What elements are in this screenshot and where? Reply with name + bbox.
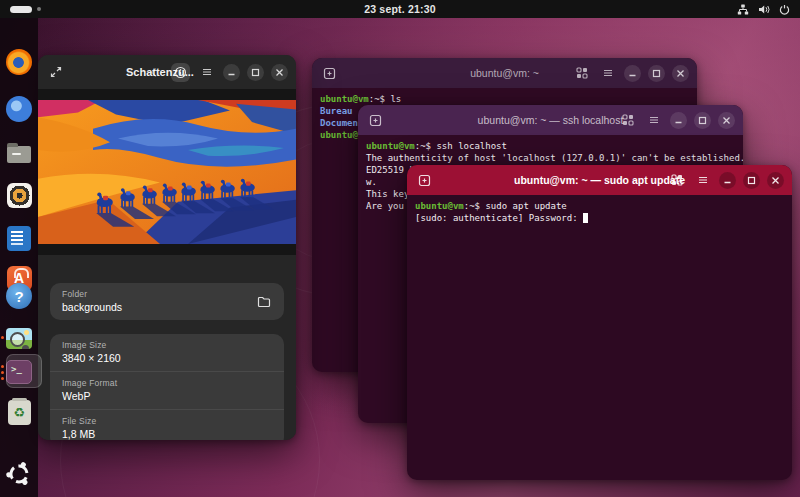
- image-size-label: Image Size: [62, 340, 272, 350]
- dock-item-rhythmbox[interactable]: [5, 181, 33, 209]
- image-size-value: 3840 × 2160: [62, 352, 272, 364]
- menu-icon[interactable]: [197, 63, 216, 82]
- menu-icon[interactable]: [598, 64, 617, 83]
- dock: A ? >_ ♻: [0, 18, 38, 497]
- minimize-button[interactable]: [223, 64, 240, 81]
- terminal-line: ubuntu@vm:~$ ssh localhost: [366, 140, 735, 152]
- tab-overview-icon[interactable]: [667, 171, 686, 190]
- tab-overview-icon[interactable]: [572, 64, 591, 83]
- trash-icon: ♻: [8, 400, 31, 425]
- open-folder-icon[interactable]: [257, 294, 272, 312]
- active-workspace-pill[interactable]: [10, 6, 32, 13]
- terminal1-title: ubuntu@vm: ~: [470, 67, 539, 79]
- workspace-dot[interactable]: [37, 7, 41, 11]
- system-tray[interactable]: [737, 4, 790, 15]
- close-button[interactable]: [271, 64, 288, 81]
- terminal-line: The authenticity of host 'localhost (127…: [366, 152, 735, 164]
- libreoffice-writer-icon: [7, 226, 31, 251]
- terminal-line: [sudo: authenticate] Password:: [415, 212, 784, 224]
- network-icon: [737, 4, 749, 15]
- menu-icon[interactable]: [693, 171, 712, 190]
- workspace-indicator[interactable]: [10, 6, 41, 13]
- terminal1-titlebar[interactable]: ubuntu@vm: ~: [312, 58, 697, 88]
- maximize-button[interactable]: [743, 172, 760, 189]
- file-size-value: 1,8 MB: [62, 428, 272, 440]
- folder-label: Folder: [62, 289, 272, 299]
- tab-overview-icon[interactable]: [618, 111, 637, 130]
- folder-property-card[interactable]: Folder backgrounds: [50, 283, 284, 320]
- image-canvas[interactable]: [38, 89, 296, 255]
- close-button[interactable]: [672, 65, 689, 82]
- new-tab-button[interactable]: [415, 171, 434, 190]
- files-icon: [7, 146, 31, 163]
- minimize-button[interactable]: [719, 172, 736, 189]
- new-tab-button[interactable]: [320, 64, 339, 83]
- dock-item-libreoffice-writer[interactable]: [5, 224, 33, 252]
- image-properties-button[interactable]: [171, 63, 190, 82]
- terminal2-titlebar[interactable]: ubuntu@vm: ~ — ssh localhost: [358, 105, 743, 135]
- ubuntu-logo-icon: [6, 461, 32, 487]
- fullscreen-icon[interactable]: [46, 63, 65, 82]
- terminal-cursor: [583, 213, 589, 223]
- image-properties-panel: Folder backgrounds Image Size 3840 × 216…: [38, 255, 296, 440]
- dock-item-thunderbird[interactable]: [5, 95, 33, 123]
- top-bar: 23 sept. 21:30: [0, 0, 800, 18]
- close-button[interactable]: [718, 112, 735, 129]
- previous-image-icon[interactable]: [145, 63, 164, 82]
- maximize-button[interactable]: [648, 65, 665, 82]
- terminal3-output[interactable]: ubuntu@vm:~$ sudo apt update[sudo: authe…: [407, 195, 792, 480]
- dock-item-firefox[interactable]: [5, 48, 33, 76]
- terminal-line: ubuntu@vm:~$ sudo apt update: [415, 200, 784, 212]
- running-indicator-dot: [1, 336, 4, 339]
- help-icon: ?: [6, 283, 32, 309]
- dock-item-terminal[interactable]: >_: [5, 358, 33, 386]
- close-button[interactable]: [767, 172, 784, 189]
- image-format-value: WebP: [62, 390, 272, 402]
- image-details-card: Image Size 3840 × 2160 Image Format WebP…: [50, 334, 284, 440]
- menu-icon[interactable]: [644, 111, 663, 130]
- camel-caravan-image: [38, 100, 296, 244]
- maximize-button[interactable]: [247, 64, 264, 81]
- minimize-button[interactable]: [624, 65, 641, 82]
- terminal-line: ubuntu@vm:~$ ls: [320, 93, 689, 105]
- minimize-button[interactable]: [670, 112, 687, 129]
- image-viewer-window[interactable]: Schattenzu...: [38, 55, 296, 440]
- screen: ubuntu@vm: ~ ubuntu@vm:~$ lsBureauDocume…: [0, 0, 800, 497]
- terminal-window-sudo[interactable]: ubuntu@vm: ~ — sudo apt update ubuntu@vm…: [407, 165, 792, 480]
- thunderbird-icon: [6, 96, 32, 122]
- volume-icon: [758, 4, 770, 15]
- power-icon: [779, 4, 790, 15]
- running-indicator-dots: [1, 365, 4, 380]
- maximize-button[interactable]: [694, 112, 711, 129]
- image-format-label: Image Format: [62, 378, 272, 388]
- dock-item-trash[interactable]: ♻: [5, 398, 33, 426]
- file-size-label: File Size: [62, 416, 272, 426]
- new-tab-button[interactable]: [366, 111, 385, 130]
- terminal3-title: ubuntu@vm: ~ — sudo apt update: [514, 174, 685, 186]
- dock-item-image-viewer[interactable]: [5, 324, 33, 352]
- viewer-titlebar[interactable]: Schattenzu...: [38, 55, 296, 89]
- active-app-highlight: [6, 354, 42, 388]
- firefox-icon: [6, 49, 32, 75]
- dock-item-help[interactable]: ?: [5, 282, 33, 310]
- dock-item-show-apps[interactable]: [5, 460, 33, 488]
- rhythmbox-icon: [7, 183, 32, 208]
- image-viewer-icon: [6, 328, 32, 349]
- clock[interactable]: 23 sept. 21:30: [364, 3, 436, 15]
- terminal2-title: ubuntu@vm: ~ — ssh localhost: [478, 114, 624, 126]
- terminal3-titlebar[interactable]: ubuntu@vm: ~ — sudo apt update: [407, 165, 792, 195]
- dock-item-files[interactable]: [5, 138, 33, 166]
- folder-value: backgrounds: [62, 301, 272, 313]
